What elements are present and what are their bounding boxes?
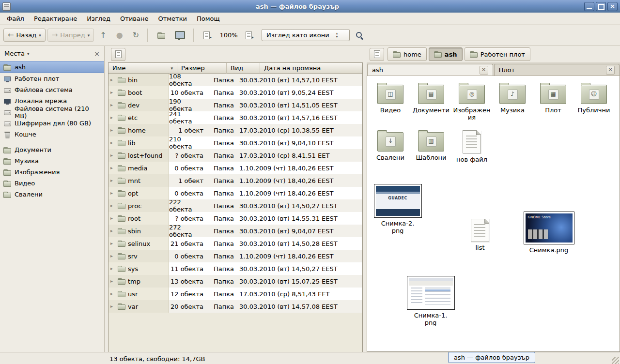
sidebar-item-music[interactable]: Музика	[0, 155, 104, 167]
list-row-lib[interactable]: lib210 обектаПапка30.03.2010 (вт) 9,04,1…	[108, 136, 362, 149]
expander-icon[interactable]	[110, 178, 115, 183]
sidebar-item-encrypted-80gb[interactable]: Шифриран дял (80 GB)	[0, 118, 104, 129]
titlebar[interactable]: ash — файлов браузър ×	[0, 0, 620, 13]
breadcrumb-desktop[interactable]: Работен плот	[465, 47, 530, 61]
up-button[interactable]: ↑	[96, 29, 110, 42]
expander-icon[interactable]	[110, 115, 115, 120]
expander-icon[interactable]	[110, 203, 115, 208]
stop-button[interactable]: ●	[112, 29, 127, 42]
expander-icon[interactable]	[110, 166, 115, 170]
tab-close-icon[interactable]: ×	[480, 66, 488, 75]
list-row-sys[interactable]: sys11 обектаПапка30.03.2010 (вт) 14,50,2…	[108, 262, 362, 275]
icon-folder-documents[interactable]: ▤Документи	[411, 82, 451, 114]
expander-icon[interactable]	[110, 90, 115, 95]
name-cell[interactable]: lib	[108, 136, 169, 149]
pane-splitter[interactable]	[363, 46, 367, 352]
list-row-boot[interactable]: boot10 обектаПапка30.03.2010 (вт) 9,05,2…	[108, 86, 362, 99]
expander-icon[interactable]	[110, 128, 115, 133]
icon-file-new-file[interactable]: нов файл	[451, 129, 492, 164]
back-dropdown-icon[interactable]: ▾	[39, 33, 41, 38]
name-cell[interactable]: boot	[108, 86, 169, 99]
list-row-root[interactable]: root? обектаПапка30.03.2010 (вт) 14,55,3…	[108, 212, 362, 225]
location-root-button[interactable]	[111, 48, 125, 61]
column-header-type[interactable]: Вид	[227, 63, 260, 74]
pane-splitter[interactable]	[105, 46, 108, 352]
sidebar-item-ash[interactable]: ash	[0, 61, 104, 73]
sidebar-close-icon[interactable]: ×	[94, 50, 100, 57]
tab-close-icon[interactable]: ×	[606, 66, 615, 75]
expander-icon[interactable]	[110, 153, 115, 158]
expander-icon[interactable]	[110, 216, 115, 221]
sidebar-item-images[interactable]: Изображения	[0, 167, 104, 178]
icon-folder-templates[interactable]: ▥Шаблони	[411, 129, 451, 162]
name-cell[interactable]: dev	[108, 99, 169, 111]
expander-icon[interactable]	[110, 304, 115, 309]
column-header-name[interactable]: Име ▾	[108, 63, 177, 74]
breadcrumb-home[interactable]: home	[388, 47, 427, 61]
expander-icon[interactable]	[110, 266, 115, 271]
list-row-etc[interactable]: etc241 обектаПапка30.03.2010 (вт) 14,57,…	[108, 111, 362, 124]
name-cell[interactable]: lost+found	[108, 149, 169, 162]
icon-folder-music[interactable]: ♪Музика	[492, 82, 533, 114]
name-cell[interactable]: media	[108, 162, 169, 174]
list-row-bin[interactable]: bin108 обектаПапка30.03.2010 (вт) 14,57,…	[108, 74, 362, 86]
sidebar-item-filesystem-210mb[interactable]: Файлова система (210 MB)	[0, 106, 104, 118]
list-row-srv[interactable]: srv0 обектаПапка1.10.2009 (чт) 18,40,26 …	[108, 250, 362, 262]
sidebar-item-desktop[interactable]: Работен плот	[0, 73, 104, 84]
file-snimka-1[interactable]: Снимка-1. png	[404, 276, 457, 327]
name-cell[interactable]: home	[108, 124, 169, 136]
expander-icon[interactable]	[110, 291, 115, 296]
file-list[interactable]: list	[453, 218, 507, 252]
icon-folder-desktop[interactable]: ▦Плот	[533, 82, 574, 114]
list-row-home[interactable]: home1 обектПапка17.03.2010 (ср) 10,38,55…	[108, 124, 362, 136]
zoom-in-button[interactable]: +	[242, 28, 258, 43]
menu-item-0[interactable]: Файл	[2, 13, 29, 24]
icon-folder-downloads[interactable]: ↓Свалени	[370, 129, 411, 162]
file-snimka-2[interactable]: GUADEC Снимка-2. png	[371, 184, 424, 235]
expander-icon[interactable]	[110, 77, 115, 82]
name-cell[interactable]: bin	[108, 74, 169, 86]
close-button[interactable]: ×	[607, 2, 618, 11]
expander-icon[interactable]	[110, 241, 115, 246]
sidebar-item-trash[interactable]: Кошче	[0, 129, 104, 140]
menu-item-5[interactable]: Помощ	[192, 13, 225, 24]
breadcrumb-ash[interactable]: ash	[429, 47, 463, 61]
expander-icon[interactable]	[110, 191, 115, 196]
sidebar-title[interactable]: Места	[4, 50, 25, 57]
list-row-tmp[interactable]: tmp13 обектаПапка30.03.2010 (вт) 15,07,2…	[108, 275, 362, 288]
expander-icon[interactable]	[110, 140, 115, 145]
expander-icon[interactable]	[110, 254, 115, 258]
resize-grip[interactable]	[612, 357, 619, 364]
name-cell[interactable]: usr	[108, 288, 169, 300]
computer-button[interactable]	[171, 28, 189, 42]
menu-item-3[interactable]: Отиване	[115, 13, 153, 24]
column-header-date[interactable]: Дата на промяна	[260, 63, 362, 74]
name-cell[interactable]: var	[108, 300, 169, 313]
column-header-size[interactable]: Размер	[177, 63, 227, 74]
name-cell[interactable]: selinux	[108, 237, 169, 250]
icon-folder-video[interactable]: ◫Видео	[370, 82, 411, 114]
list-row-lost+found[interactable]: lost+found? обектаПапка17.03.2010 (ср) 8…	[108, 149, 362, 162]
forward-dropdown-icon[interactable]: ▾	[88, 33, 90, 38]
name-cell[interactable]: etc	[108, 111, 169, 124]
reload-button[interactable]: ↻	[129, 29, 143, 42]
name-cell[interactable]: mnt	[108, 174, 169, 187]
name-cell[interactable]: sys	[108, 262, 169, 275]
icon-folder-public[interactable]: ☺Публични	[574, 82, 614, 114]
home-button[interactable]	[154, 29, 169, 42]
list-row-dev[interactable]: dev190 обектаПапка30.03.2010 (вт) 14,51,…	[108, 99, 362, 111]
list-row-var[interactable]: var20 обектаПапка30.03.2010 (вт) 14,57,0…	[108, 300, 362, 313]
chevron-down-icon[interactable]: ▾	[27, 51, 30, 56]
list-row-sbin[interactable]: sbin272 обектаПапка30.03.2010 (вт) 9,04,…	[108, 225, 362, 237]
sidebar-item-downloads[interactable]: Свалени	[0, 189, 104, 200]
name-cell[interactable]: sbin	[108, 225, 169, 237]
name-cell[interactable]: tmp	[108, 275, 169, 288]
expander-icon[interactable]	[110, 279, 115, 284]
combo-spinner-icon[interactable]: ▴▾	[333, 32, 338, 39]
menu-item-1[interactable]: Редактиране	[29, 13, 82, 24]
sidebar-item-documents[interactable]: Документи	[0, 144, 104, 155]
search-button[interactable]	[352, 29, 367, 42]
name-cell[interactable]: proc	[108, 199, 169, 212]
file-snimka[interactable]: GNOME Store Снимка.png	[522, 212, 575, 254]
list-row-opt[interactable]: opt0 обектаПапка1.10.2009 (чт) 18,40,26 …	[108, 187, 362, 199]
